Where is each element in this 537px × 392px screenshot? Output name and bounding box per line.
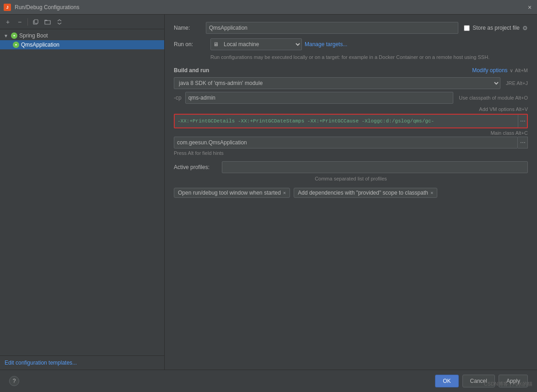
- active-profiles-input[interactable]: [222, 161, 528, 173]
- name-row: Name: Store as project file ⚙: [174, 22, 528, 34]
- vm-options-expand-button[interactable]: ⋯: [518, 115, 527, 127]
- main-panel: Name: Store as project file ⚙ Run on: Lo…: [165, 15, 537, 370]
- ok-button[interactable]: OK: [435, 375, 458, 387]
- jre-label: JRE Alt+J: [506, 80, 528, 86]
- qms-app-icon: [13, 42, 19, 48]
- vm-options-row: ⋯: [174, 114, 528, 128]
- comma-hint: Comma separated list of profiles: [174, 176, 528, 181]
- name-input[interactable]: [206, 22, 458, 34]
- app-icon: J: [4, 4, 11, 11]
- close-button[interactable]: ×: [526, 4, 533, 11]
- modify-options-link[interactable]: Modify options: [472, 67, 507, 74]
- sidebar: + −: [0, 15, 165, 370]
- config-tree: ▼ Spring Boot: [0, 29, 164, 355]
- toolbar-separator: [27, 18, 28, 26]
- main-class-row: ⋯: [174, 137, 528, 148]
- main-class-label-row: Main class Alt+C: [174, 130, 528, 136]
- sidebar-footer: Edit configuration templates...: [0, 355, 164, 370]
- jre-row: java 8 SDK of 'qms-admin' module JRE Alt…: [174, 77, 528, 89]
- use-classpath-label: Use classpath of module Alt+O: [459, 95, 528, 101]
- spring-boot-icon: [11, 32, 17, 39]
- tag-open-window-label: Open run/debug tool window when started: [178, 190, 281, 196]
- classpath-row: -cp Use classpath of module Alt+O: [174, 92, 528, 104]
- watermark: CSDN博客 | 汽水的猫: [484, 381, 532, 387]
- store-label: Store as project file: [473, 25, 520, 31]
- tree-item-spring-boot[interactable]: ▼ Spring Boot: [0, 31, 164, 40]
- dialog-title: Run/Debug Configurations: [15, 4, 526, 11]
- vm-options-input[interactable]: [175, 115, 518, 127]
- tags-row: Open run/debug tool window when started …: [174, 188, 528, 198]
- jre-select[interactable]: java 8 SDK of 'qms-admin' module: [174, 77, 500, 89]
- copy-config-button[interactable]: [31, 17, 41, 27]
- cp-label: -cp: [174, 95, 182, 101]
- run-debug-dialog: J Run/Debug Configurations × + −: [0, 0, 537, 392]
- sort-config-button[interactable]: [54, 17, 64, 27]
- main-class-expand-button[interactable]: ⋯: [518, 137, 528, 148]
- qms-app-label: QmsApplication: [21, 42, 59, 48]
- help-button[interactable]: ?: [9, 376, 19, 386]
- modify-options-shortcut: ∨: [510, 68, 513, 74]
- sidebar-toolbar: + −: [0, 15, 164, 29]
- footer-left: ?: [9, 376, 19, 386]
- svg-rect-1: [34, 20, 38, 23]
- gear-icon[interactable]: ⚙: [522, 25, 528, 32]
- build-run-title: Build and run: [174, 67, 209, 74]
- remove-config-button[interactable]: −: [15, 17, 25, 27]
- main-class-label: Main class Alt+C: [490, 130, 528, 136]
- run-on-hint: Run configurations may be executed local…: [210, 54, 528, 61]
- run-on-row: Run on: Local machine 🖥 Manage targets..…: [174, 38, 528, 50]
- spring-boot-label: Spring Boot: [19, 32, 48, 39]
- store-checkbox[interactable]: [464, 25, 470, 31]
- main-class-input[interactable]: [174, 137, 518, 148]
- run-on-select[interactable]: Local machine: [210, 38, 302, 50]
- name-label: Name:: [174, 25, 206, 31]
- dialog-footer: ? OK Cancel Apply: [0, 370, 537, 392]
- press-alt-hint: Press Alt for field hints: [174, 150, 528, 156]
- tag-open-window: Open run/debug tool window when started …: [174, 188, 290, 198]
- active-profiles-label: Active profiles:: [174, 164, 217, 170]
- add-vm-hint: Add VM options Alt+V: [174, 106, 528, 112]
- tag-open-window-close[interactable]: ×: [283, 191, 286, 196]
- active-profiles-row: Active profiles:: [174, 161, 528, 173]
- title-bar: J Run/Debug Configurations ×: [0, 0, 537, 15]
- edit-templates-link[interactable]: Edit configuration templates...: [5, 360, 77, 366]
- tag-add-deps: Add dependencies with "provided" scope t…: [294, 188, 437, 198]
- tag-add-deps-label: Add dependencies with "provided" scope t…: [298, 190, 428, 196]
- folder-config-button[interactable]: [43, 17, 53, 27]
- run-on-label: Run on:: [174, 41, 206, 48]
- manage-targets-link[interactable]: Manage targets...: [305, 41, 347, 48]
- tag-add-deps-close[interactable]: ×: [430, 191, 433, 196]
- expand-arrow-icon: ▼: [4, 33, 9, 38]
- tree-item-qms-application[interactable]: QmsApplication: [0, 40, 164, 49]
- classpath-input[interactable]: [185, 92, 454, 104]
- dialog-content: + −: [0, 15, 537, 370]
- build-run-header: Build and run Modify options ∨ Alt+M: [174, 67, 528, 74]
- modify-options-alt-shortcut: Alt+M: [515, 68, 528, 73]
- add-config-button[interactable]: +: [3, 17, 13, 27]
